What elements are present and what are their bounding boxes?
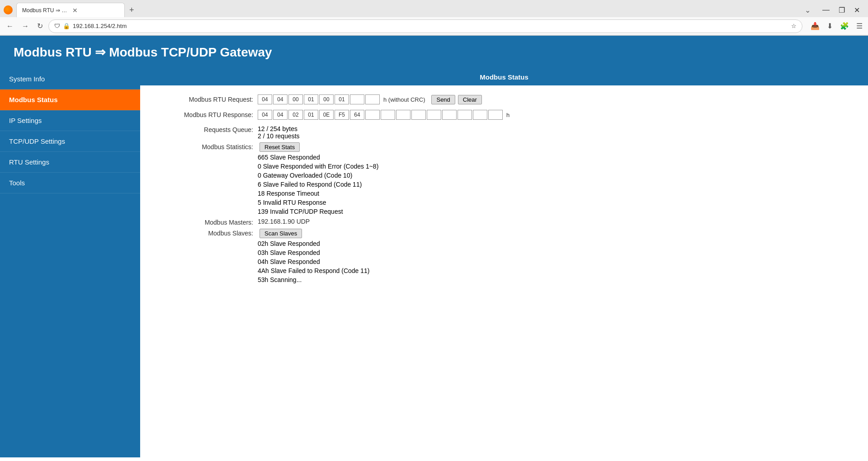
- stat-4: 18 Response Timeout: [258, 190, 378, 197]
- forward-button[interactable]: →: [19, 21, 32, 31]
- sidebar: System Info Modbus Status IP Settings TC…: [0, 69, 140, 457]
- rtu-response-suffix: h: [506, 112, 509, 118]
- rtu-request-suffix: h (without CRC): [383, 96, 425, 103]
- scan-slaves-row: Scan Slaves: [258, 229, 369, 238]
- rtu-request-row: Modbus RTU Request: h (without CRC) Send…: [154, 94, 854, 104]
- queue-requests: 2 / 10 requests: [258, 132, 300, 140]
- sidebar-label-rtu-settings: RTU Settings: [9, 158, 49, 166]
- rtu-resp-byte-1: [273, 110, 288, 120]
- rtu-request-inputs: h (without CRC) Send Clear: [258, 94, 482, 104]
- modbus-statistics-row: Modbus Statistics: Reset Stats 665 Slave…: [154, 142, 854, 215]
- slave-1: 03h Slave Responded: [258, 249, 369, 256]
- rtu-resp-byte-11: [427, 110, 441, 120]
- rtu-req-byte-2[interactable]: [288, 94, 303, 104]
- sidebar-item-system-info[interactable]: System Info: [0, 69, 140, 89]
- extensions-icon[interactable]: 🧩: [838, 21, 851, 31]
- browser-action-icons: 📥 ⬇ 🧩 ☰: [809, 21, 864, 31]
- rtu-resp-byte-2: [288, 110, 303, 120]
- main-content: Modbus Status Modbus RTU Request: h (wit…: [140, 69, 868, 457]
- rtu-response-label: Modbus RTU Response:: [154, 111, 253, 118]
- rtu-resp-byte-14: [473, 110, 487, 120]
- send-button[interactable]: Send: [431, 95, 455, 104]
- slave-0: 02h Slave Responded: [258, 240, 369, 247]
- close-button[interactable]: ✕: [849, 6, 864, 14]
- rtu-resp-byte-7: [365, 110, 380, 120]
- rtu-resp-byte-12: [442, 110, 457, 120]
- reset-stats-button[interactable]: Reset Stats: [259, 142, 300, 152]
- slave-3: 4Ah Slave Failed to Respond (Code 11): [258, 267, 369, 274]
- download-icon[interactable]: ⬇: [825, 21, 835, 31]
- sidebar-label-tools: Tools: [9, 179, 25, 187]
- security-icon: 🛡: [54, 23, 60, 29]
- rtu-req-byte-0[interactable]: [258, 94, 272, 104]
- sidebar-label-ip-settings: IP Settings: [9, 117, 42, 124]
- stat-5: 5 Invalid RTU Response: [258, 199, 378, 206]
- page-header: Modbus RTU ⇒ Modbus TCP/UDP Gateway: [0, 36, 868, 69]
- sidebar-label-modbus-status: Modbus Status: [9, 96, 58, 103]
- page-title: Modbus RTU ⇒ Modbus TCP/UDP Gateway: [14, 45, 854, 60]
- rtu-response-inputs: h: [258, 110, 513, 120]
- tab-bar: Modbus RTU ⇒ Modbus TCP/UDP G ✕ + ⌄ — ❐ …: [0, 0, 868, 17]
- tab-title: Modbus RTU ⇒ Modbus TCP/UDP G: [22, 7, 69, 14]
- rtu-req-byte-4[interactable]: [319, 94, 334, 104]
- back-button[interactable]: ←: [4, 21, 16, 31]
- rtu-req-byte-7[interactable]: [365, 94, 380, 104]
- clear-button[interactable]: Clear: [458, 95, 482, 104]
- browser-tab[interactable]: Modbus RTU ⇒ Modbus TCP/UDP G ✕: [16, 3, 125, 17]
- slave-4: 53h Scanning...: [258, 276, 369, 283]
- stat-0: 665 Slave Responded: [258, 154, 378, 161]
- modbus-slaves-row: Modbus Slaves: Scan Slaves 02h Slave Res…: [154, 229, 854, 283]
- rtu-resp-byte-3: [304, 110, 318, 120]
- page-body: System Info Modbus Status IP Settings TC…: [0, 69, 868, 457]
- window-controls: — ❐ ✕: [818, 6, 864, 14]
- maximize-button[interactable]: ❐: [834, 6, 849, 14]
- modbus-statistics-label: Modbus Statistics:: [154, 142, 253, 151]
- tab-close-button[interactable]: ✕: [72, 7, 119, 14]
- new-tab-button[interactable]: +: [127, 5, 137, 15]
- rtu-req-byte-5[interactable]: [335, 94, 349, 104]
- minimize-button[interactable]: —: [818, 6, 834, 14]
- stat-3: 6 Slave Failed to Respond (Code 11): [258, 181, 378, 188]
- lock-icon: 🔒: [63, 23, 70, 29]
- stat-2: 0 Gateway Overloaded (Code 10): [258, 172, 378, 179]
- rtu-resp-byte-15: [488, 110, 503, 120]
- browser-chrome: Modbus RTU ⇒ Modbus TCP/UDP G ✕ + ⌄ — ❐ …: [0, 0, 868, 36]
- address-bar[interactable]: 🛡 🔒 192.168.1.254/2.htm ☆: [48, 19, 802, 33]
- rtu-resp-byte-6: [350, 110, 364, 120]
- menu-icon[interactable]: ☰: [854, 21, 864, 31]
- reset-stats-row: Reset Stats: [258, 142, 378, 152]
- modbus-masters-label: Modbus Masters:: [154, 218, 253, 226]
- stat-1: 0 Slave Responded with Error (Codes 1~8): [258, 163, 378, 170]
- rtu-resp-byte-0: [258, 110, 272, 120]
- rtu-resp-byte-5: [335, 110, 349, 120]
- modbus-statistics-values: Reset Stats 665 Slave Responded 0 Slave …: [258, 142, 378, 215]
- modbus-masters-row: Modbus Masters: 192.168.1.90 UDP: [154, 218, 854, 226]
- rtu-req-byte-6[interactable]: [350, 94, 364, 104]
- rtu-request-label: Modbus RTU Request:: [154, 96, 253, 103]
- content-body: Modbus RTU Request: h (without CRC) Send…: [140, 85, 868, 295]
- content-header: Modbus Status: [140, 69, 868, 85]
- requests-queue-row: Requests Queue: 12 / 254 bytes 2 / 10 re…: [154, 125, 854, 140]
- queue-bytes: 12 / 254 bytes: [258, 125, 300, 132]
- sidebar-item-rtu-settings[interactable]: RTU Settings: [0, 152, 140, 173]
- pocket-icon[interactable]: 📥: [809, 21, 821, 31]
- sidebar-label-system-info: System Info: [9, 75, 45, 83]
- stats-list: 665 Slave Responded 0 Slave Responded wi…: [258, 154, 378, 215]
- requests-queue-label: Requests Queue:: [154, 125, 253, 133]
- rtu-req-byte-3[interactable]: [304, 94, 318, 104]
- sidebar-item-tcp-udp-settings[interactable]: TCP/UDP Settings: [0, 131, 140, 152]
- modbus-masters-value: 192.168.1.90 UDP: [258, 218, 310, 225]
- slave-2: 04h Slave Responded: [258, 258, 369, 265]
- rtu-resp-byte-4: [319, 110, 334, 120]
- star-icon[interactable]: ☆: [791, 23, 797, 29]
- navigation-bar: ← → ↻ 🛡 🔒 192.168.1.254/2.htm ☆ 📥 ⬇ 🧩 ☰: [0, 17, 868, 35]
- sidebar-item-modbus-status[interactable]: Modbus Status: [0, 89, 140, 110]
- slaves-list: 02h Slave Responded 03h Slave Responded …: [258, 240, 369, 283]
- tab-overflow-button[interactable]: ⌄: [801, 6, 814, 14]
- reload-button[interactable]: ↻: [34, 21, 46, 31]
- sidebar-item-tools[interactable]: Tools: [0, 173, 140, 193]
- firefox-icon: [4, 5, 13, 14]
- sidebar-item-ip-settings[interactable]: IP Settings: [0, 110, 140, 131]
- scan-slaves-button[interactable]: Scan Slaves: [259, 229, 302, 238]
- rtu-req-byte-1[interactable]: [273, 94, 288, 104]
